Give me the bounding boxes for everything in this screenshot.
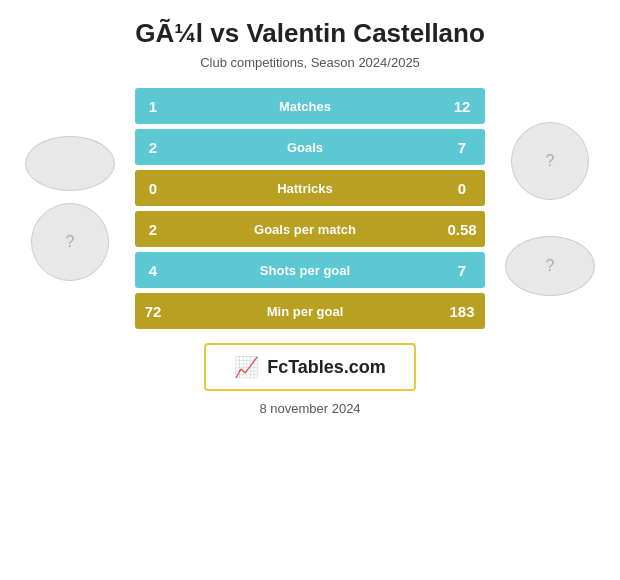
stat-label-5: Shots per goal (171, 252, 439, 288)
question-mark-icon-right-top: ? (546, 152, 555, 170)
stat-left-val-1: 1 (135, 88, 171, 124)
stat-label-2: Goals (171, 129, 439, 165)
stat-left-val-3: 0 (135, 170, 171, 206)
right-avatar-bottom: ? (505, 236, 595, 296)
date-text: 8 november 2024 (259, 401, 360, 416)
stat-label-3: Hattricks (171, 170, 439, 206)
stat-row-1: 1Matches12 (135, 88, 485, 124)
stat-label-4: Goals per match (171, 211, 439, 247)
brand-text: FcTables.com (267, 357, 386, 378)
stat-right-val-4: 0.58 (439, 211, 485, 247)
stat-right-val-6: 183 (439, 293, 485, 329)
page: GÃ¼l vs Valentin Castellano Club competi… (0, 0, 620, 580)
brand-icon: 📈 (234, 355, 259, 379)
stat-row-3: 0Hattricks0 (135, 170, 485, 206)
stat-label-1: Matches (171, 88, 439, 124)
question-mark-icon-right-bottom: ? (546, 257, 555, 275)
page-title: GÃ¼l vs Valentin Castellano (135, 18, 485, 49)
left-avatars: ? (15, 136, 125, 281)
main-section: ? 1Matches122Goals70Hattricks02Goals per… (10, 88, 610, 329)
stat-label-6: Min per goal (171, 293, 439, 329)
right-avatar-top: ? (511, 122, 589, 200)
stat-left-val-4: 2 (135, 211, 171, 247)
stat-right-val-5: 7 (439, 252, 485, 288)
stat-right-val-3: 0 (439, 170, 485, 206)
stat-right-val-2: 7 (439, 129, 485, 165)
stat-left-val-6: 72 (135, 293, 171, 329)
brand-box: 📈 FcTables.com (204, 343, 416, 391)
stat-right-val-1: 12 (439, 88, 485, 124)
stats-table: 1Matches122Goals70Hattricks02Goals per m… (135, 88, 485, 329)
right-avatars: ? ? (495, 122, 605, 296)
stat-left-val-5: 4 (135, 252, 171, 288)
stat-row-6: 72Min per goal183 (135, 293, 485, 329)
stat-row-4: 2Goals per match0.58 (135, 211, 485, 247)
stat-row-2: 2Goals7 (135, 129, 485, 165)
stat-row-5: 4Shots per goal7 (135, 252, 485, 288)
stat-left-val-2: 2 (135, 129, 171, 165)
page-subtitle: Club competitions, Season 2024/2025 (200, 55, 420, 70)
question-mark-icon: ? (66, 233, 75, 251)
left-avatar-bottom: ? (31, 203, 109, 281)
left-avatar-top (25, 136, 115, 191)
